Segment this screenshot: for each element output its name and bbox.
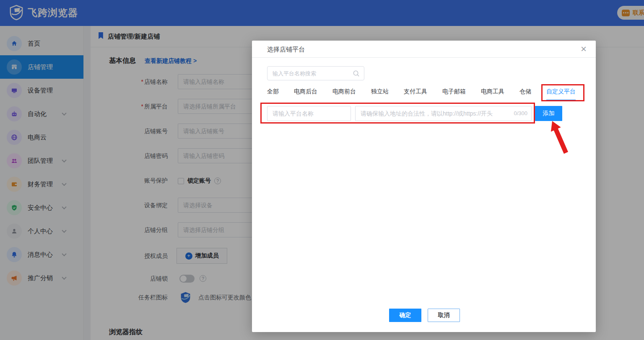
char-counter: 0/300 <box>514 110 527 116</box>
tab-warehouse[interactable]: 仓储 <box>519 88 531 100</box>
tab-ecommerce-backend[interactable]: 电商后台 <box>294 88 317 100</box>
annotation-arrow <box>545 118 571 158</box>
confirm-button[interactable]: 确定 <box>389 309 421 322</box>
modal-header: 选择店铺平台 × <box>252 41 596 58</box>
tab-ecommerce-tools[interactable]: 电商工具 <box>481 88 504 100</box>
custom-platform-row: 0/300 添加 <box>252 106 596 121</box>
platform-search-input[interactable] <box>267 67 364 80</box>
platform-tabs: 全部 电商后台 电商前台 独立站 支付工具 电子邮箱 电商工具 仓储 自定义平台 <box>267 88 576 100</box>
tab-all[interactable]: 全部 <box>267 88 279 100</box>
modal-footer: 确定 取消 <box>252 309 596 322</box>
close-icon[interactable]: × <box>581 44 587 54</box>
tab-payment-tools[interactable]: 支付工具 <box>404 88 427 100</box>
tab-ecommerce-frontend[interactable]: 电商前台 <box>332 88 356 100</box>
tab-custom-platform[interactable]: 自定义平台 <box>546 88 576 100</box>
cancel-button[interactable]: 取消 <box>428 309 460 322</box>
search-icon <box>353 70 360 77</box>
platform-search-box <box>267 66 364 80</box>
tab-independent-site[interactable]: 独立站 <box>371 88 389 100</box>
custom-platform-url-input[interactable] <box>356 106 531 121</box>
modal-title: 选择店铺平台 <box>267 46 305 54</box>
select-platform-modal: 选择店铺平台 × 全部 电商后台 电商前台 独立站 支付工具 电子邮箱 电商工具… <box>252 41 596 332</box>
tab-email[interactable]: 电子邮箱 <box>442 88 466 100</box>
add-platform-button[interactable]: 添加 <box>535 106 562 121</box>
custom-platform-url-box: 0/300 <box>355 106 532 121</box>
custom-platform-name-input[interactable] <box>267 106 351 121</box>
